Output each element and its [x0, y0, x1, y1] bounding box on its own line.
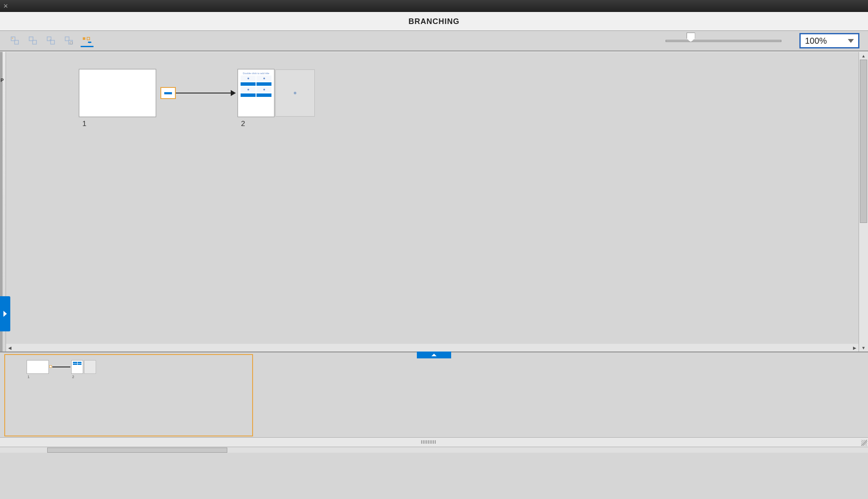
toolbar: 100%	[0, 31, 868, 51]
svg-rect-11	[83, 37, 85, 40]
mini-slide-1[interactable]	[27, 360, 49, 374]
overview-panel: 1 2	[0, 352, 868, 437]
mini-badge	[49, 365, 52, 368]
slide-label: 1	[79, 120, 156, 128]
arrow-head-icon	[231, 90, 236, 96]
mini-label: 2	[72, 375, 74, 379]
collapse-all-icon[interactable]	[27, 34, 39, 47]
collapse-overview-tab[interactable]	[417, 352, 451, 358]
mini-label: 1	[27, 375, 30, 379]
svg-rect-12	[87, 37, 90, 40]
footer-area	[0, 453, 868, 499]
branching-canvas[interactable]: 1 Double click to add title 2	[6, 52, 859, 344]
mini-slide-2[interactable]	[71, 360, 83, 374]
mini-ghost[interactable]	[84, 360, 96, 374]
branch-origin-badge[interactable]	[160, 87, 176, 99]
branching-canvas-area: P 1 Double click to add title	[0, 51, 868, 352]
scroll-right-icon[interactable]: ▶	[851, 344, 859, 352]
ghost-slide-node[interactable]	[275, 69, 315, 117]
group-icon[interactable]	[45, 34, 57, 47]
scroll-up-icon[interactable]: ▲	[859, 52, 868, 60]
page-indicator: P	[0, 78, 5, 85]
close-icon[interactable]: ×	[3, 2, 8, 10]
zoom-slider[interactable]	[666, 36, 781, 45]
add-icon	[294, 92, 296, 94]
overview-viewport[interactable]: 1 2	[4, 354, 253, 436]
slide-node-1[interactable]: 1	[79, 69, 156, 128]
mini-connector	[52, 367, 70, 367]
scroll-down-icon[interactable]: ▼	[859, 344, 868, 352]
expand-all-icon[interactable]	[9, 34, 21, 47]
chevron-down-icon	[848, 39, 854, 43]
scroll-left-icon[interactable]: ◀	[6, 344, 14, 352]
branch-connector	[176, 93, 232, 93]
grip-icon	[421, 440, 447, 444]
panel-header: BRANCHING	[0, 12, 868, 31]
slide-thumbnail[interactable]	[79, 69, 156, 117]
panel-resize-bar[interactable]	[0, 437, 868, 447]
slide-thumbnail[interactable]: Double click to add title	[238, 69, 274, 117]
expand-left-panel-tab[interactable]	[0, 296, 10, 331]
zoom-dropdown[interactable]: 100%	[799, 33, 859, 48]
bottom-scroll-thumb[interactable]	[47, 448, 227, 453]
scrollbar-thumb[interactable]	[860, 60, 867, 223]
panel-title: BRANCHING	[409, 17, 460, 26]
bottom-scroll-track[interactable]	[0, 447, 868, 453]
vertical-scrollbar[interactable]: ▲ ▼	[859, 52, 868, 352]
window-titlebar: ×	[0, 0, 868, 12]
svg-rect-7	[50, 39, 51, 41]
zoom-value: 100%	[805, 36, 827, 46]
slide-node-2[interactable]: Double click to add title 2	[238, 69, 274, 128]
export-branching-icon[interactable]	[81, 34, 93, 47]
horizontal-scrollbar[interactable]: ◀ ▶	[6, 344, 859, 352]
slide-label: 2	[238, 120, 274, 128]
resize-handle-icon[interactable]	[861, 440, 867, 446]
svg-point-2	[12, 38, 13, 39]
svg-point-10	[70, 42, 72, 44]
quiz-title-placeholder: Double click to add title	[241, 71, 271, 75]
ungroup-icon[interactable]	[63, 34, 75, 47]
